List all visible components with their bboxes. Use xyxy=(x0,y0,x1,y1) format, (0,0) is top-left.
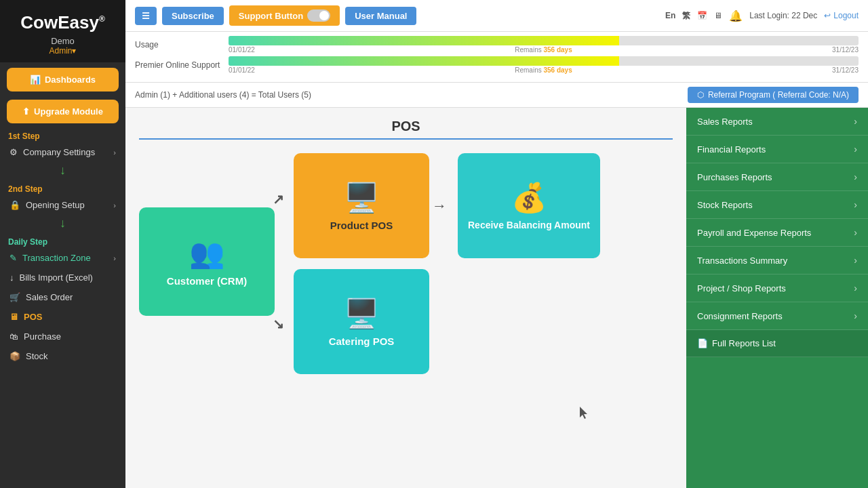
arrow-down-2: ↓ xyxy=(0,215,125,232)
support-label-text: Premier Online Support xyxy=(135,60,223,70)
calendar-icon[interactable]: 📅 xyxy=(697,11,707,20)
support-start-date: 01/01/22 xyxy=(229,66,255,74)
usage-section: Usage 01/01/22 Remains 356 days 31/12/23… xyxy=(125,32,868,83)
usage-row: Usage 01/01/22 Remains 356 days 31/12/23 xyxy=(135,36,859,54)
logout-button[interactable]: ↩ Logout xyxy=(824,11,859,20)
report-sales[interactable]: Sales Reports › xyxy=(686,108,868,136)
logout-icon: ↩ xyxy=(824,11,831,20)
customer-crm-icon: 👥 xyxy=(189,237,224,270)
subscribe-button[interactable]: Subscribe xyxy=(162,7,224,25)
sidebar-item-opening-setup[interactable]: 🔒 Opening Setup › xyxy=(0,195,125,215)
usage-end-date: 31/12/23 xyxy=(832,46,859,54)
report-transactions[interactable]: Transactions Summary › xyxy=(686,247,868,274)
sidebar-item-company-settings[interactable]: ⚙ Company Settings › xyxy=(0,142,125,162)
lang-cn[interactable]: 繁 xyxy=(682,10,690,22)
product-pos-label: Product POS xyxy=(330,220,393,231)
receive-balancing-label: Receive Balancing Amount xyxy=(462,220,595,230)
pos-section: POS 👥 Customer (CRM) ↗ ↘ 🖥️ Product xyxy=(125,108,686,488)
transaction-icon: ✎ xyxy=(9,253,17,263)
admin-menu[interactable]: Admin▾ xyxy=(8,46,117,56)
sidebar-item-purchase[interactable]: 🛍 Purchase xyxy=(0,327,125,346)
brand-name: CowEasy® xyxy=(8,12,117,33)
support-toggle[interactable] xyxy=(307,9,330,22)
usage-label: Usage xyxy=(135,40,223,49)
support-remains: Remains 356 days xyxy=(515,66,572,74)
sidebar-item-bills-import[interactable]: ↓ Bills Import (Excel) xyxy=(0,268,125,287)
product-pos-card[interactable]: 🖥️ Product POS → xyxy=(294,153,429,258)
users-info-text: Admin (1) + Additional users (4) = Total… xyxy=(135,90,311,100)
usage-remains: Remains 356 days xyxy=(515,46,572,54)
usage-start-date: 01/01/22 xyxy=(229,46,255,54)
sidebar-item-stock[interactable]: 📦 Stock xyxy=(0,346,125,366)
chevron-icon-2: › xyxy=(113,201,116,209)
upgrade-module-button[interactable]: ⬆ Upgrade Module xyxy=(7,100,119,123)
chevron-icon: › xyxy=(113,148,116,157)
report-purchases[interactable]: Purchases Reports › xyxy=(686,163,868,191)
support-label: Support Button xyxy=(239,11,303,21)
report-payroll[interactable]: Payroll and Expense Reports › xyxy=(686,219,868,247)
report-consignment[interactable]: Consignment Reports › xyxy=(686,302,868,330)
bell-icon[interactable]: 🔔 xyxy=(729,9,743,22)
step1-label: 1st Step xyxy=(0,126,125,142)
report-arrow-purchases: › xyxy=(854,171,857,182)
sidebar-item-transaction-zone[interactable]: ✎ Transaction Zone › xyxy=(0,248,125,268)
customer-crm-label: Customer (CRM) xyxy=(167,275,247,287)
sidebar-item-sales-order[interactable]: 🛒 Sales Order xyxy=(0,287,125,307)
report-stock[interactable]: Stock Reports › xyxy=(686,191,868,219)
pos-title: POS xyxy=(139,119,673,140)
report-arrow-stock: › xyxy=(854,199,857,210)
support-end-date: 31/12/23 xyxy=(832,66,859,74)
bills-icon: ↓ xyxy=(9,272,14,283)
info-bar: Admin (1) + Additional users (4) = Total… xyxy=(125,83,868,108)
sidebar: CowEasy® Demo Admin▾ 📊 Dashboards ⬆ Upgr… xyxy=(0,0,125,488)
arrow-down-1: ↓ xyxy=(0,162,125,179)
reports-panel: Sales Reports › Financial Reports › Purc… xyxy=(686,108,868,488)
last-login-text: Last Login: 22 Dec xyxy=(749,11,817,20)
opening-icon: 🔒 xyxy=(9,200,20,210)
receive-balancing-card[interactable]: 💰 Receive Balancing Amount xyxy=(458,153,600,258)
report-arrow-consignment: › xyxy=(854,310,857,321)
sales-order-icon: 🛒 xyxy=(9,292,20,302)
support-button[interactable]: Support Button xyxy=(229,5,340,26)
dashboard-icon: 📊 xyxy=(30,75,41,85)
sidebar-logo: CowEasy® Demo Admin▾ xyxy=(0,0,125,62)
usage-bar-wrap: 01/01/22 Remains 356 days 31/12/23 xyxy=(229,36,859,54)
step2-label: 2nd Step xyxy=(0,179,125,195)
dashboards-button[interactable]: 📊 Dashboards xyxy=(7,68,119,92)
content-area: POS 👥 Customer (CRM) ↗ ↘ 🖥️ Product xyxy=(125,108,868,488)
report-arrow-project: › xyxy=(854,283,857,293)
lang-en[interactable]: En xyxy=(665,11,675,20)
topbar: ☰ Subscribe Support Button User Manual E… xyxy=(125,0,868,32)
catering-pos-card[interactable]: 🖥️ Catering POS xyxy=(294,269,429,374)
catering-pos-icon: 🖥️ xyxy=(344,297,379,330)
monitor-icon[interactable]: 🖥 xyxy=(714,11,722,20)
diag-arrow-bottomright: ↘ xyxy=(273,316,284,332)
report-financial[interactable]: Financial Reports › xyxy=(686,136,868,163)
diag-arrow-topright: ↗ xyxy=(273,191,284,207)
report-full-list[interactable]: 📄 Full Reports List xyxy=(686,330,868,357)
support-row: Premier Online Support 01/01/22 Remains … xyxy=(135,56,859,74)
purchase-icon: 🛍 xyxy=(9,331,18,342)
product-pos-icon: 🖥️ xyxy=(344,181,379,214)
report-arrow-sales: › xyxy=(854,116,857,127)
referral-icon: ⬡ xyxy=(697,90,704,100)
main-content: ☰ Subscribe Support Button User Manual E… xyxy=(125,0,868,488)
report-project-shop[interactable]: Project / Shop Reports › xyxy=(686,274,868,302)
referral-button[interactable]: ⬡ Referral Program ( Referral Code: N/A) xyxy=(688,87,859,103)
customer-crm-card[interactable]: 👥 Customer (CRM) ↗ ↘ xyxy=(139,207,275,316)
arrow-right-product: → xyxy=(432,197,447,215)
demo-label: Demo xyxy=(8,36,117,46)
stock-icon: 📦 xyxy=(9,351,20,361)
sidebar-item-pos[interactable]: 🖥 POS xyxy=(0,307,125,327)
daily-step-label: Daily Step xyxy=(0,232,125,248)
upgrade-icon: ⬆ xyxy=(22,106,30,117)
mouse-cursor xyxy=(580,407,591,422)
catering-pos-label: Catering POS xyxy=(329,336,395,347)
menu-button[interactable]: ☰ xyxy=(135,7,157,25)
full-reports-icon: 📄 xyxy=(697,338,708,348)
user-manual-button[interactable]: User Manual xyxy=(345,7,416,25)
company-icon: ⚙ xyxy=(9,147,18,157)
pos-icon: 🖥 xyxy=(9,312,18,322)
topbar-right: En 繁 📅 🖥 🔔 Last Login: 22 Dec ↩ Logout xyxy=(665,9,859,22)
report-arrow-transactions: › xyxy=(854,255,857,266)
